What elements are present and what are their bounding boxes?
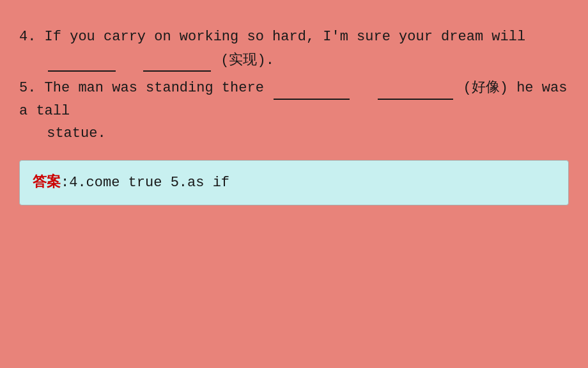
q5-blank1	[274, 76, 350, 99]
q5-text: The man was standing there	[45, 80, 272, 96]
q4-hint: (实现).	[220, 52, 274, 68]
q4-text: If you carry on working so hard, I'm sur…	[45, 29, 526, 45]
q4-blank1	[48, 48, 116, 72]
q5-hint: (好像)	[463, 80, 508, 96]
answer-box: 答案:4.come true 5.as if	[19, 160, 569, 205]
q5-line2: statue.	[47, 125, 105, 141]
question-4: 4. If you carry on working so hard, I'm …	[19, 26, 569, 72]
question-5: 5. The man was standing there (好像) he wa…	[19, 76, 569, 145]
q5-blank2	[378, 76, 454, 99]
q4-blank2	[143, 48, 211, 72]
answer-text: 4.come true 5.as if	[69, 175, 229, 191]
q4-number: 4.	[19, 29, 36, 45]
answer-label: 答案	[33, 173, 61, 189]
answer-colon: :	[61, 175, 69, 191]
main-content: 4. If you carry on working so hard, I'm …	[0, 0, 588, 225]
q5-number: 5.	[19, 80, 36, 96]
